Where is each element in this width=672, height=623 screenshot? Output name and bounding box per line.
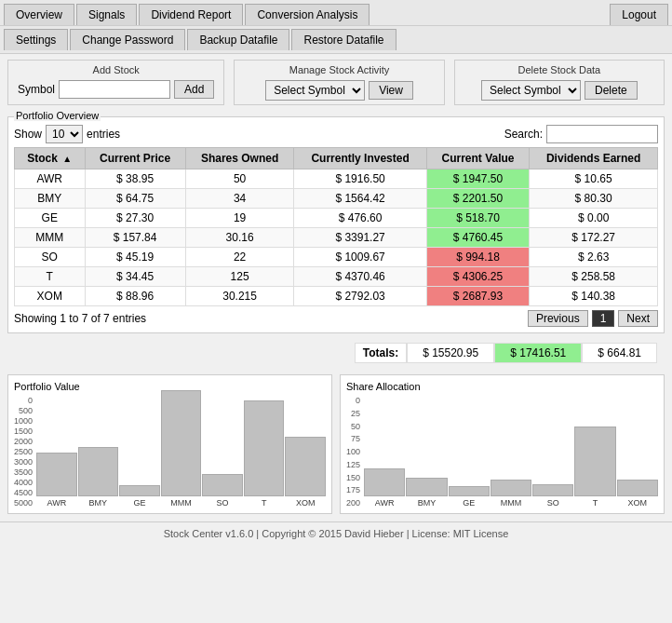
- bar-label: XOM: [628, 498, 648, 508]
- y-axis-label: 175: [346, 485, 360, 494]
- bar-group: SO: [532, 484, 573, 508]
- y-axis-label: 3000: [14, 457, 33, 467]
- table-cell: SO: [15, 248, 86, 267]
- delete-button[interactable]: Delete: [585, 81, 638, 100]
- table-row: SO$ 45.1922$ 1009.67$ 994.18$ 2.63: [15, 248, 658, 267]
- add-stock-button[interactable]: Add: [174, 80, 214, 99]
- table-cell: $ 0.00: [530, 209, 658, 228]
- y-axis-label: 125: [346, 460, 360, 469]
- nav-logout[interactable]: Logout: [610, 4, 668, 25]
- totals-dividends: $ 664.81: [582, 343, 657, 363]
- bar: [202, 474, 243, 496]
- y-axis-label: 2000: [14, 437, 33, 446]
- table-cell: $ 10.65: [530, 169, 658, 189]
- sa-y-axis: 2001751501251007550250: [346, 396, 360, 508]
- view-button[interactable]: View: [369, 81, 413, 100]
- y-axis-label: 25: [346, 409, 360, 418]
- table-cell: $ 4370.46: [294, 267, 426, 287]
- nav-backup-datafile[interactable]: Backup Datafile: [187, 29, 289, 50]
- current-page-button[interactable]: 1: [592, 310, 615, 327]
- col-current[interactable]: Current Value: [426, 148, 530, 169]
- table-cell: $ 172.27: [530, 228, 658, 248]
- y-axis-label: 4500: [14, 488, 33, 497]
- entries-label: entries: [87, 128, 120, 141]
- bar-group: T: [244, 400, 285, 508]
- next-button[interactable]: Next: [618, 310, 658, 327]
- nav-dividend-report[interactable]: Dividend Report: [139, 4, 243, 25]
- bar: [406, 478, 447, 496]
- prev-button[interactable]: Previous: [528, 310, 588, 327]
- delete-stock-row: Select Symbol Delete: [481, 80, 638, 101]
- y-axis-label: 5000: [14, 498, 33, 508]
- col-shares[interactable]: Shares Owned: [185, 148, 294, 169]
- nav-conversion-analysis[interactable]: Conversion Analysis: [245, 4, 370, 25]
- table-cell: 34: [185, 189, 294, 209]
- col-invested[interactable]: Currently Invested: [294, 148, 426, 169]
- nav-settings[interactable]: Settings: [4, 29, 68, 50]
- sort-arrow-stock: ▲: [62, 154, 72, 164]
- nav-overview[interactable]: Overview: [4, 4, 74, 25]
- bar-label: GE: [463, 498, 475, 508]
- y-axis-label: 500: [14, 406, 33, 415]
- bar: [285, 437, 326, 496]
- pv-y-axis: 5000450040003500300025002000150010005000: [14, 396, 33, 508]
- symbol-input[interactable]: [59, 80, 170, 99]
- share-allocation-title: Share Allocation: [346, 381, 658, 392]
- bar-group: T: [574, 427, 615, 508]
- bar: [244, 400, 285, 496]
- add-stock-title: Add Stock: [93, 64, 140, 75]
- search-label: Search:: [504, 128, 543, 141]
- y-axis-label: 1500: [14, 427, 33, 436]
- table-header-row: Stock ▲ Current Price Shares Owned Curre…: [15, 148, 658, 169]
- bar-group: GE: [119, 485, 160, 508]
- bar: [532, 484, 573, 496]
- current-value-cell: $ 2201.50: [426, 189, 530, 209]
- table-cell: $ 140.38: [530, 287, 658, 306]
- bar-label: BMY: [418, 498, 437, 508]
- table-row: T$ 34.45125$ 4370.46$ 4306.25$ 258.58: [15, 267, 658, 287]
- manage-stock-row: Select Symbol View: [265, 80, 413, 101]
- manage-stock-select[interactable]: Select Symbol: [265, 80, 365, 101]
- y-axis-label: 1000: [14, 416, 33, 426]
- nav-signals[interactable]: Signals: [76, 4, 137, 25]
- portfolio-section-label: Portfolio Overview: [14, 110, 101, 121]
- sa-bar-area: AWRBMYGEMMMSOTXOM: [364, 396, 658, 508]
- col-stock[interactable]: Stock ▲: [15, 148, 86, 169]
- table-cell: XOM: [15, 287, 86, 306]
- footer-text: Stock Center v1.6.0 | Copyright © 2015 D…: [164, 528, 509, 539]
- delete-stock-group: Delete Stock Data Select Symbol Delete: [454, 60, 665, 105]
- bar-group: BMY: [78, 447, 119, 508]
- nav-row2: Settings Change Password Backup Datafile…: [0, 26, 672, 54]
- current-value-cell: $ 2687.93: [426, 287, 530, 306]
- nav-restore-datafile[interactable]: Restore Datafile: [291, 29, 396, 50]
- bar-group: XOM: [617, 480, 658, 508]
- nav-change-password[interactable]: Change Password: [70, 29, 185, 50]
- show-entries-select[interactable]: 10: [46, 125, 83, 143]
- add-stock-row: Symbol Add: [18, 80, 214, 99]
- table-cell: BMY: [15, 189, 86, 209]
- table-row: BMY$ 64.7534$ 1564.42$ 2201.50$ 80.30: [15, 189, 658, 209]
- table-row: AWR$ 38.9550$ 1916.50$ 1947.50$ 10.65: [15, 169, 658, 189]
- show-label: Show: [14, 128, 42, 141]
- delete-stock-title: Delete Stock Data: [518, 64, 601, 75]
- col-price[interactable]: Current Price: [85, 148, 185, 169]
- table-cell: $ 157.84: [85, 228, 185, 248]
- table-cell: 30.215: [185, 287, 294, 306]
- search-input[interactable]: [546, 125, 658, 143]
- table-controls: Show 10 entries Search:: [14, 125, 658, 143]
- y-axis-label: 2500: [14, 447, 33, 456]
- add-stock-group: Add Stock Symbol Add: [7, 60, 224, 105]
- delete-stock-select[interactable]: Select Symbol: [481, 80, 581, 101]
- bar-group: SO: [202, 474, 243, 508]
- table-cell: $ 3391.27: [294, 228, 426, 248]
- bar-group: AWR: [36, 453, 77, 508]
- footer: Stock Center v1.6.0 | Copyright © 2015 D…: [0, 521, 672, 545]
- table-cell: $ 80.30: [530, 189, 658, 209]
- table-cell: $ 64.75: [85, 189, 185, 209]
- portfolio-value-chart: Portfolio Value 500045004000350030002500…: [7, 374, 332, 514]
- col-dividends[interactable]: Dividends Earned: [530, 148, 658, 169]
- table-cell: $ 45.19: [85, 248, 185, 267]
- manage-stock-group: Manage Stock Activity Select Symbol View: [234, 60, 444, 105]
- bar: [449, 486, 490, 496]
- pagination-row: Showing 1 to 7 of 7 entries Previous 1 N…: [14, 310, 658, 327]
